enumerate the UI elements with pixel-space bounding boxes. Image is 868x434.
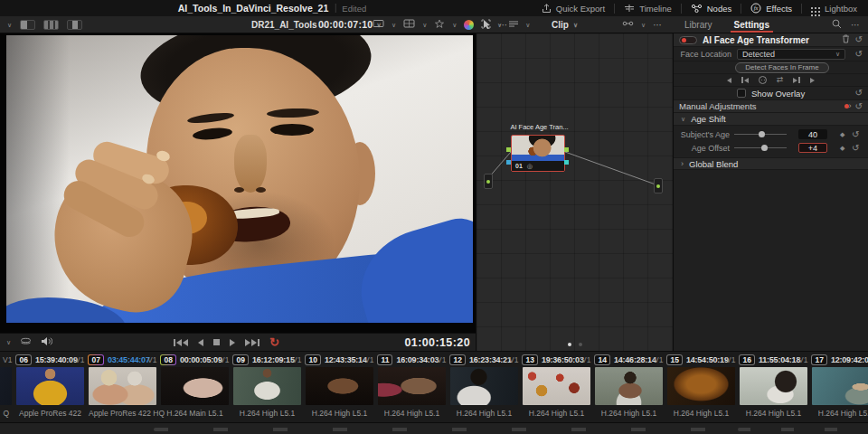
clip-thumbnail[interactable] [812,367,868,405]
clip-number-badge[interactable]: 10 [306,355,319,364]
age-shift-section-header[interactable]: ∨ Age Shift [674,113,868,126]
plugin-reset-icon[interactable]: ↺ [855,35,863,44]
clip-thumbnail[interactable] [378,367,446,405]
clip-thumbnail[interactable] [667,367,735,405]
global-blend-section-header[interactable]: › Global Blend [674,157,868,170]
lightbox-button[interactable]: Lightbox [802,4,866,14]
timeline-button[interactable]: Timeline [615,4,681,14]
show-overlay-checkbox[interactable] [737,89,746,98]
timeline-selector[interactable]: DR21_AI_Tools ∨ [251,16,326,33]
clip-number-badge[interactable]: 06 [16,355,30,364]
project-title: AI_Tools_In_DaVinci_Resolve_21 [178,3,329,14]
output-node[interactable] [654,178,663,193]
play-reverse-button[interactable] [198,339,203,346]
quick-export-button[interactable]: Quick Export [533,4,614,14]
node-color-icon[interactable] [508,20,519,30]
clip-thumbnail[interactable] [0,367,12,405]
node-input-mask-port[interactable] [506,160,511,165]
node-graph-panel[interactable]: AI Face Age Tran... 01 ◎ [476,33,674,351]
video-frame[interactable] [6,35,473,323]
next-face-icon[interactable] [810,78,815,83]
loop-playback-icon[interactable]: ↻ [269,336,279,348]
face-location-reset-icon[interactable]: ↺ [855,50,863,59]
node-graph-icon[interactable] [622,19,634,30]
subjects-age-slider[interactable] [734,129,787,139]
clip-number-badge[interactable]: 13 [523,355,536,364]
clip-thumbnail[interactable] [233,367,301,405]
clip-number-badge[interactable]: 08 [161,355,175,364]
transport-chevron-icon[interactable]: ∨ [6,339,11,345]
clip-number-badge[interactable]: 15 [667,355,681,364]
image-wipe-icon[interactable] [373,19,384,30]
stop-button[interactable] [213,339,220,345]
caret-right-icon[interactable]: › [849,102,852,110]
clip-number-badge[interactable]: 12 [450,355,464,364]
swap-faces-icon[interactable]: ⇄ [777,76,784,84]
tab-library[interactable]: Library [674,16,723,33]
node-output-rgb-port[interactable] [564,147,569,152]
effects-button[interactable]: fx Effects [741,3,801,14]
nodes-button[interactable]: Nodes [682,4,741,14]
face-detect-icon[interactable] [759,76,767,84]
skip-to-end-button[interactable] [245,339,259,346]
show-overlay-reset-icon[interactable]: ↺ [855,89,863,98]
clip-thumbnail[interactable] [595,367,663,405]
clip-thumbnail[interactable] [306,367,373,405]
ai-face-age-node[interactable]: 01 ◎ [511,135,565,172]
node-options-icon[interactable]: ⋯ [653,20,663,30]
clip-thumbnail[interactable] [450,367,518,405]
clip-thumbnail[interactable] [16,367,84,405]
age-offset-reset-icon[interactable]: ↺ [852,144,859,153]
color-wheel-icon[interactable] [464,20,474,30]
detect-faces-button[interactable]: Detect Faces In Frame [735,62,829,73]
tab-settings[interactable]: Settings [723,16,780,33]
last-face-icon[interactable] [793,77,800,83]
clip-thumbnail[interactable] [523,367,590,405]
clip-thumbnail[interactable] [89,367,156,405]
search-icon[interactable] [832,19,842,31]
node-page-indicator[interactable] [476,343,673,346]
trash-icon[interactable] [842,34,850,45]
clip-number-badge-border: 12 [449,354,465,365]
skip-to-start-button[interactable] [174,339,188,346]
inspector-options-icon[interactable]: ⋯ [851,20,861,30]
subjects-age-reset-icon[interactable]: ↺ [852,130,859,139]
age-shift-label: Age Shift [691,114,726,124]
keyframe-diamond-icon[interactable]: ◆ [840,145,844,151]
clip-number-badge[interactable]: 14 [595,355,609,364]
face-location-dropdown[interactable]: Detected ∨ [737,49,845,60]
node-output-key-port[interactable] [564,160,569,165]
lightbox-view-icon[interactable] [43,20,59,30]
manual-adjustments-reset-icon[interactable]: ↺ [855,102,863,111]
right-icons-partial[interactable] [738,428,855,431]
layers-icon[interactable] [20,337,32,348]
clip-item[interactable]: V11712:09:42:08H.264 High L5.1 [812,353,868,422]
audio-speaker-icon[interactable] [41,336,52,348]
clip-number-badge[interactable]: 17 [812,355,826,364]
node-mode-selector[interactable]: Clip ∨ [552,16,578,33]
age-offset-slider[interactable] [734,143,787,153]
age-offset-value[interactable]: +4 [798,143,827,153]
previous-face-icon[interactable] [727,78,731,83]
split-screen-icon[interactable] [403,19,415,30]
node-input-rgb-port[interactable] [506,147,511,152]
manual-adjustments-row[interactable]: Manual Adjustments › ↺ [674,100,868,113]
highlight-icon[interactable] [434,19,445,30]
keyframe-diamond-icon[interactable]: ◆ [840,131,844,137]
subjects-age-value[interactable]: 40 [798,129,827,139]
gallery-view-icon[interactable] [20,20,35,30]
viewer-collapse-chevron-icon[interactable]: ∨ [7,22,12,28]
source-node[interactable] [484,174,493,189]
first-face-icon[interactable] [741,77,749,83]
clip-number-badge[interactable]: 16 [740,355,753,364]
clip-thumbnail[interactable] [740,367,807,405]
clip-number-badge[interactable]: 07 [89,355,102,364]
cursor-tool-icon[interactable] [483,19,491,31]
play-button[interactable] [230,339,235,346]
split-view-icon[interactable] [67,20,82,30]
clip-number-badge[interactable]: 11 [378,355,392,364]
page-icons-partial[interactable] [154,428,750,431]
clip-thumbnail[interactable] [161,367,229,405]
plugin-enable-toggle[interactable] [679,36,697,44]
clip-number-badge[interactable]: 09 [233,355,247,364]
